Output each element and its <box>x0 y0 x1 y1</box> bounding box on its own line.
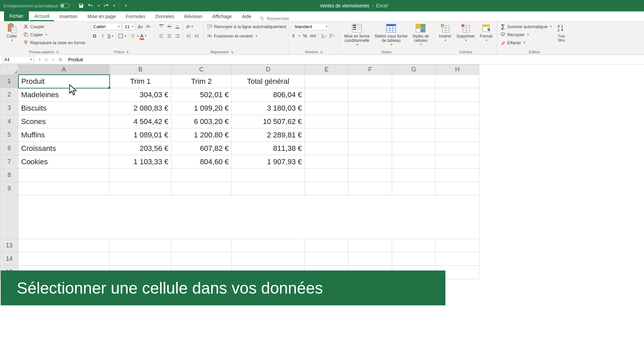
row-header-6[interactable]: 6 <box>0 142 18 155</box>
cell[interactable] <box>436 102 479 115</box>
worksheet-grid[interactable]: A B C D E F G H 1 Produit Trim 1 Trim 2 … <box>0 64 644 279</box>
cell[interactable] <box>348 88 392 102</box>
cell[interactable] <box>392 75 436 88</box>
row-header-1[interactable]: 1 <box>0 75 18 88</box>
cell[interactable]: 1 103,33 € <box>110 155 171 169</box>
cell[interactable] <box>436 182 479 195</box>
tab-home[interactable]: Accueil <box>30 11 54 21</box>
cell[interactable]: 3 180,03 € <box>232 102 305 115</box>
decrease-decimal-button[interactable]: ,00,0 <box>328 32 336 40</box>
paste-button[interactable]: Coller ▼ <box>3 23 21 42</box>
cell[interactable] <box>232 182 305 195</box>
cell[interactable] <box>436 115 479 128</box>
cell[interactable]: 1 089,01 € <box>110 128 171 142</box>
cell[interactable]: 607,82 € <box>171 142 232 155</box>
cell[interactable]: 804,60 € <box>171 155 232 169</box>
cell[interactable] <box>348 155 392 169</box>
delete-cells-button[interactable]: Supprimer▼ <box>455 23 476 42</box>
accept-formula-icon[interactable]: ✓ <box>51 57 55 62</box>
cell-A1[interactable]: Produit <box>18 75 110 88</box>
save-icon[interactable] <box>78 2 85 9</box>
cell[interactable] <box>392 128 436 142</box>
align-bottom-button[interactable] <box>174 23 181 30</box>
row-header-5[interactable]: 5 <box>0 128 18 142</box>
cell-styles-button[interactable]: Styles de cellules▼ <box>410 23 431 47</box>
cell[interactable]: 2 080,83 € <box>110 102 171 115</box>
font-name-combo[interactable]: Calibri▼ <box>91 23 122 30</box>
cell[interactable]: 502,01 € <box>171 88 232 102</box>
cell[interactable]: 203,56 € <box>110 142 171 155</box>
tab-layout[interactable]: Mise en page <box>83 12 120 21</box>
copy-button[interactable]: Copier▼ <box>23 31 85 38</box>
cell[interactable] <box>305 252 348 266</box>
cell[interactable] <box>392 142 436 155</box>
cut-button[interactable]: Couper <box>23 23 85 30</box>
row-header-8[interactable]: 8 <box>0 169 18 182</box>
cell[interactable] <box>232 239 305 252</box>
percent-format-button[interactable]: % <box>301 32 309 40</box>
autosum-button[interactable]: ∑ Somme automatique▼ <box>500 23 552 30</box>
increase-decimal-button[interactable]: ,0,00 <box>320 32 328 40</box>
cell[interactable]: 4 504,42 € <box>110 115 171 128</box>
cell[interactable] <box>436 128 479 142</box>
cell[interactable] <box>305 182 348 195</box>
col-header-B[interactable]: B <box>110 65 171 75</box>
sort-filter-button[interactable]: AZ Trier filtre <box>554 23 569 42</box>
align-top-button[interactable] <box>158 23 165 30</box>
launcher-icon[interactable]: ⬊ <box>320 50 323 54</box>
orientation-button[interactable]: ab▼ <box>185 23 194 30</box>
cell-C1[interactable]: Trim 2 <box>171 75 232 88</box>
cell[interactable] <box>18 239 110 252</box>
fx-icon[interactable]: fx <box>59 57 62 62</box>
cell[interactable] <box>392 115 436 128</box>
cell[interactable]: 1 200,80 € <box>171 128 232 142</box>
cell[interactable]: Madeleines <box>18 88 110 102</box>
font-color-button[interactable]: A▼ <box>140 32 147 40</box>
cell[interactable] <box>171 239 232 252</box>
cell[interactable] <box>110 182 171 195</box>
cell[interactable] <box>436 252 479 266</box>
bold-button[interactable]: G <box>91 32 98 40</box>
col-header-E[interactable]: E <box>305 65 348 75</box>
cell[interactable]: 1 099,20 € <box>171 102 232 115</box>
grow-font-button[interactable]: A▴ <box>137 23 144 30</box>
cell[interactable] <box>392 155 436 169</box>
cell[interactable] <box>305 239 348 252</box>
cell[interactable] <box>348 128 392 142</box>
tab-insert[interactable]: Insertion <box>55 12 82 21</box>
tab-help[interactable]: Aide <box>237 12 256 21</box>
cell-D1[interactable]: Total général <box>232 75 305 88</box>
autosave-toggle[interactable]: Enregistrement automatique <box>3 3 69 8</box>
cell[interactable]: Cookies <box>18 155 110 169</box>
cell[interactable] <box>392 102 436 115</box>
cell[interactable] <box>18 182 110 195</box>
launcher-icon[interactable]: ⬊ <box>56 50 59 54</box>
tab-data[interactable]: Données <box>151 12 179 21</box>
col-header-A[interactable]: A <box>18 65 110 75</box>
cell[interactable]: 806,04 € <box>232 88 305 102</box>
cell[interactable] <box>110 239 171 252</box>
align-middle-button[interactable] <box>166 23 173 30</box>
cell[interactable] <box>305 155 348 169</box>
col-header-C[interactable]: C <box>171 65 232 75</box>
shrink-font-button[interactable]: A▾ <box>145 23 152 30</box>
italic-button[interactable]: I <box>99 32 106 40</box>
cell[interactable]: 304,03 € <box>110 88 171 102</box>
cell[interactable] <box>392 169 436 182</box>
cell[interactable]: Scones <box>18 115 110 128</box>
cell[interactable] <box>392 252 436 266</box>
cell[interactable] <box>436 239 479 252</box>
accounting-format-button[interactable]: €▼ <box>292 32 301 40</box>
cell[interactable]: 6 003,20 € <box>171 115 232 128</box>
align-right-button[interactable] <box>174 32 181 40</box>
tell-me-search[interactable]: Rechercher <box>260 16 289 21</box>
cell[interactable]: 10 507,62 € <box>232 115 305 128</box>
cell[interactable] <box>348 102 392 115</box>
cell[interactable] <box>348 115 392 128</box>
cell[interactable] <box>18 252 110 266</box>
underline-button[interactable]: S▼ <box>107 32 114 40</box>
tab-review[interactable]: Révision <box>179 12 207 21</box>
conditional-formatting-button[interactable]: Mise en forme conditionnelle▼ <box>341 23 372 47</box>
row-header-hidden[interactable] <box>0 195 18 239</box>
cell[interactable] <box>348 252 392 266</box>
